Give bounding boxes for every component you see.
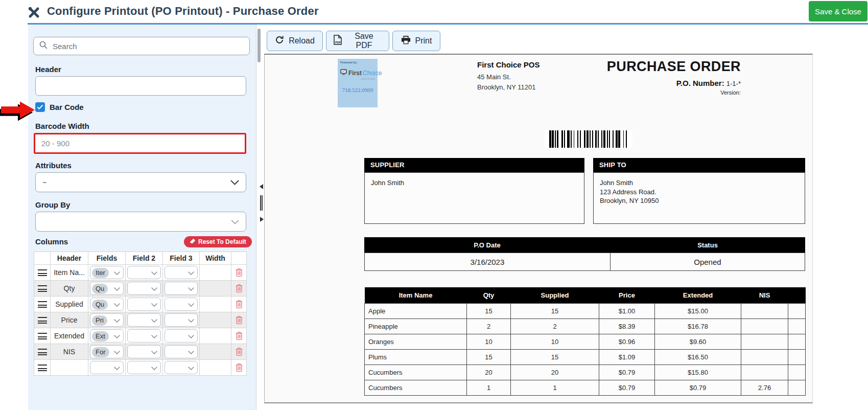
reset-label: Reset To Default [198, 238, 246, 245]
delete-row-button[interactable] [236, 331, 243, 341]
attributes-select[interactable]: ~ [35, 172, 246, 192]
field2-select[interactable] [127, 345, 161, 358]
save-pdf-button[interactable]: PDF Save PDF [326, 31, 389, 51]
columns-table-header-cell: Field 3 [163, 252, 200, 265]
item-cell [788, 334, 806, 349]
drag-handle-icon[interactable] [38, 333, 47, 339]
trash-icon [236, 268, 243, 277]
save-close-button[interactable]: Save & Close [809, 1, 867, 21]
logo-brand-choice: Choice [363, 70, 382, 77]
tools-icon [27, 6, 41, 21]
delete-row-button[interactable] [236, 283, 243, 294]
field3-select[interactable] [165, 298, 198, 311]
column-header-cell: Extended [51, 328, 88, 344]
supplier-header: SUPPLIER [364, 158, 584, 172]
po-info-table: P.O DateStatus 3/16/2023Opened [364, 237, 805, 271]
chevron-down-icon [151, 284, 157, 292]
field3-select[interactable] [165, 313, 198, 327]
chevron-down-icon [188, 300, 194, 308]
field3-select[interactable] [165, 329, 198, 343]
group-by-select[interactable] [35, 212, 246, 232]
field3-select[interactable] [165, 266, 198, 279]
items-table-header-cell: Item Name [365, 287, 467, 303]
item-cell: $9.60 [655, 334, 741, 349]
save-pdf-label: Save PDF [346, 32, 382, 50]
fields-select[interactable]: For [90, 345, 124, 358]
field3-select[interactable] [165, 361, 198, 374]
delete-row-button[interactable] [236, 267, 243, 278]
delete-row-button[interactable] [236, 315, 243, 326]
chevron-down-icon [114, 363, 120, 372]
fields-select[interactable]: Iter [90, 266, 124, 279]
print-button[interactable]: Print [392, 31, 440, 51]
search-input[interactable] [52, 41, 244, 51]
field-chip: Pri [92, 315, 107, 326]
item-cell [788, 318, 806, 334]
supplier-body: John Smith [364, 172, 584, 224]
item-cell: 10 [511, 334, 599, 349]
columns-config-row: NISFor [34, 344, 247, 360]
fields-select[interactable]: Qu [90, 282, 124, 295]
drag-handle-icon[interactable] [38, 269, 47, 276]
drag-handle-icon[interactable] [38, 301, 47, 308]
drag-handle-icon[interactable] [38, 349, 47, 355]
barcode-width-input[interactable] [34, 133, 246, 154]
items-table-header-cell: NIS [741, 287, 788, 303]
field2-select[interactable] [127, 266, 161, 279]
item-cell [788, 380, 806, 395]
column-header-cell: Item Na... [51, 265, 88, 281]
collapse-right-arrow-icon[interactable] [260, 217, 264, 222]
drag-handle-icon[interactable] [38, 365, 47, 371]
field2-select[interactable] [127, 361, 161, 374]
chevron-down-icon [114, 332, 120, 340]
fields-select[interactable]: Pri [90, 313, 124, 327]
chevron-down-icon [114, 316, 120, 324]
fields-select[interactable] [90, 361, 124, 374]
field2-select[interactable] [127, 282, 161, 295]
item-cell: 10 [467, 334, 511, 349]
company-info: First Choice POS 45 Main St. Brooklyn, N… [477, 60, 540, 93]
column-header-cell: Price [51, 312, 88, 328]
collapse-left-arrow-icon[interactable] [260, 184, 263, 189]
item-cell: $1.00 [599, 303, 655, 318]
reload-button[interactable]: Reload [267, 31, 323, 51]
columns-table-body: Item Na...IterQtyQuSuppliedQuPricePriExt… [34, 265, 247, 376]
bar-code-checkbox[interactable] [35, 102, 45, 112]
width-cell [200, 312, 231, 328]
po-number-value: 1-1-* [726, 80, 741, 87]
field3-select[interactable] [165, 345, 198, 358]
delete-row-button[interactable] [236, 347, 243, 357]
item-cell [741, 334, 788, 349]
item-cell: 15 [511, 303, 599, 318]
field2-select[interactable] [127, 313, 161, 327]
company-address1: 45 Main St. [477, 72, 540, 82]
fields-select[interactable]: Ext [90, 329, 124, 343]
field-chip: Iter [92, 268, 109, 278]
columns-table-header-cell [34, 252, 51, 265]
ship-to-line: Brooklyn, NY 10950 [600, 196, 799, 206]
pdf-file-icon: PDF [334, 35, 342, 47]
item-cell: Cucumbers [365, 380, 467, 395]
sidebar-scrollbar-thumb[interactable] [257, 29, 261, 62]
header-field-input[interactable] [35, 76, 246, 96]
field2-select[interactable] [127, 329, 161, 343]
reset-to-default-button[interactable]: Reset To Default [184, 236, 252, 247]
delete-row-button[interactable] [236, 362, 243, 373]
logo-brand-first: First [348, 70, 362, 77]
drag-handle-icon[interactable] [38, 317, 47, 324]
items-table: Item NameQtySuppliedPriceExtendedNIS App… [364, 287, 806, 396]
drag-handle-icon[interactable] [38, 285, 47, 292]
items-table-header-cell: Supplied [511, 287, 599, 303]
delete-row-button[interactable] [236, 299, 243, 310]
search-box[interactable] [33, 37, 250, 55]
trash-icon [236, 300, 243, 308]
item-cell: $16.50 [655, 349, 741, 365]
po-info-header-row: P.O DateStatus [364, 237, 805, 253]
fields-select[interactable]: Qu [90, 298, 124, 311]
item-cell [788, 303, 806, 318]
splitter-grip[interactable] [260, 195, 263, 211]
bar-code-label: Bar Code [50, 103, 84, 111]
chevron-down-icon [114, 284, 120, 292]
field2-select[interactable] [127, 298, 161, 311]
field3-select[interactable] [165, 282, 198, 295]
